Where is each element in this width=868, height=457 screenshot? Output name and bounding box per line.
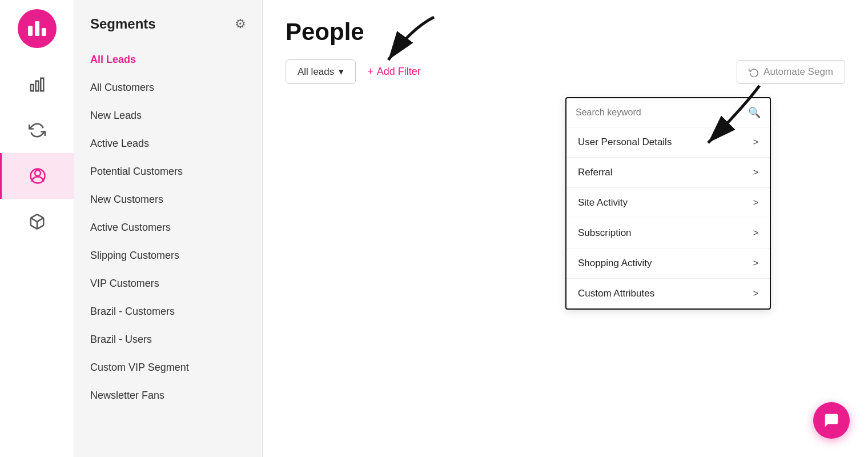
- people-nav-icon[interactable]: [0, 153, 74, 199]
- sidebar-item-newsletter-fans[interactable]: Newsletter Fans: [74, 382, 262, 410]
- sidebar-title: Segments: [90, 16, 156, 32]
- add-filter-label: Add Filter: [377, 66, 421, 78]
- gear-icon[interactable]: ⚙: [235, 17, 246, 31]
- sidebar-item-potential-customers[interactable]: Potential Customers: [74, 158, 262, 186]
- add-filter-button[interactable]: + Add Filter: [367, 66, 421, 78]
- refresh-nav-icon[interactable]: [0, 107, 74, 153]
- sidebar-item-brazil-users[interactable]: Brazil - Users: [74, 326, 262, 354]
- sidebar-item-new-customers[interactable]: New Customers: [74, 186, 262, 214]
- icon-sidebar: [0, 0, 74, 457]
- chevron-right-icon: >: [753, 167, 758, 178]
- logo-icon: [28, 21, 46, 36]
- filter-item-label: Site Activity: [578, 197, 628, 209]
- sidebar-item-vip-customers[interactable]: VIP Customers: [74, 270, 262, 298]
- filter-search-input[interactable]: [576, 107, 742, 118]
- plus-icon: +: [367, 66, 373, 78]
- svg-rect-1: [35, 81, 38, 91]
- sidebar-item-custom-vip[interactable]: Custom VIP Segment: [74, 354, 262, 382]
- toolbar: All leads ▾ + Add Filter Automate Segm: [286, 59, 845, 84]
- filter-dropdown-panel: 🔍 User Personal Details > Referral > Sit…: [565, 97, 771, 310]
- sidebar-item-active-customers[interactable]: Active Customers: [74, 214, 262, 242]
- filter-item-label: Subscription: [578, 227, 632, 239]
- sidebar-item-slipping-customers[interactable]: Slipping Customers: [74, 242, 262, 270]
- sidebar-item-all-leads[interactable]: All Leads: [74, 46, 262, 74]
- automate-icon: [749, 67, 759, 77]
- filter-item-custom-attributes[interactable]: Custom Attributes >: [566, 279, 770, 308]
- filter-item-site-activity[interactable]: Site Activity >: [566, 188, 770, 218]
- page-title: People: [286, 18, 845, 46]
- automate-label: Automate Segm: [763, 66, 833, 78]
- filter-item-label: User Personal Details: [578, 137, 672, 148]
- svg-rect-2: [41, 78, 43, 91]
- chat-icon: [823, 412, 840, 429]
- sidebar-item-active-leads[interactable]: Active Leads: [74, 130, 262, 158]
- search-icon: 🔍: [748, 106, 761, 119]
- chevron-down-icon: ▾: [339, 66, 344, 78]
- sidebar-item-new-leads[interactable]: New Leads: [74, 102, 262, 130]
- filter-item-user-personal-details[interactable]: User Personal Details >: [566, 127, 770, 158]
- app-logo[interactable]: [18, 9, 57, 48]
- sidebar-item-all-customers[interactable]: All Customers: [74, 74, 262, 102]
- filter-item-label: Referral: [578, 167, 612, 178]
- sidebar-item-brazil-customers[interactable]: Brazil - Customers: [74, 298, 262, 326]
- analytics-nav-icon[interactable]: [0, 62, 74, 107]
- chat-button[interactable]: [813, 402, 850, 439]
- svg-point-3: [35, 170, 41, 176]
- all-leads-dropdown[interactable]: All leads ▾: [286, 59, 356, 84]
- chevron-right-icon: >: [753, 288, 758, 299]
- dropdown-label: All leads: [298, 66, 334, 78]
- chevron-right-icon: >: [753, 198, 758, 208]
- filter-item-label: Shopping Activity: [578, 258, 652, 269]
- left-sidebar: Segments ⚙ All Leads All Customers New L…: [74, 0, 263, 457]
- filter-item-referral[interactable]: Referral >: [566, 158, 770, 188]
- sidebar-header: Segments ⚙: [74, 16, 262, 46]
- chevron-right-icon: >: [753, 258, 758, 268]
- filter-item-subscription[interactable]: Subscription >: [566, 218, 770, 248]
- main-content: People All leads ▾ + Add Filter Automate…: [263, 0, 868, 457]
- chevron-right-icon: >: [753, 228, 758, 238]
- filter-search-row: 🔍: [566, 98, 770, 127]
- box-nav-icon[interactable]: [0, 199, 74, 244]
- chevron-right-icon: >: [753, 137, 758, 147]
- filter-item-label: Custom Attributes: [578, 288, 654, 299]
- automate-segment-button[interactable]: Automate Segm: [737, 60, 845, 84]
- svg-rect-0: [30, 85, 33, 91]
- filter-item-shopping-activity[interactable]: Shopping Activity >: [566, 248, 770, 279]
